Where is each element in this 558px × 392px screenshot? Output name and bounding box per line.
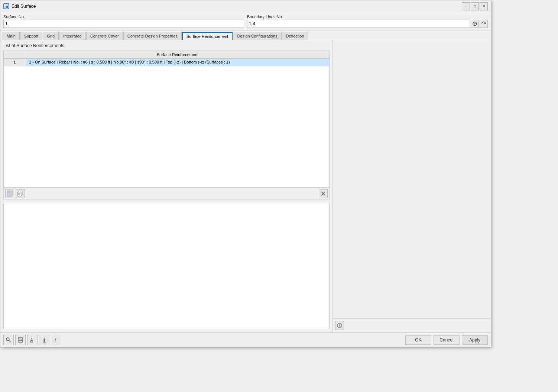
- minimize-button[interactable]: ─: [462, 2, 470, 10]
- add-icon: [7, 191, 13, 197]
- edit-surface-dialog: Edit Surface ─ □ ✕ Surface No. Boundary …: [0, 0, 491, 347]
- svg-text:ƒ: ƒ: [54, 337, 56, 343]
- toolbar-icons: A ƒ: [3, 335, 61, 345]
- svg-rect-31: [44, 339, 45, 342]
- info-icon: [41, 337, 47, 343]
- table-header: Surface Reinforcement: [4, 51, 329, 59]
- svg-rect-8: [10, 191, 12, 194]
- svg-point-27: [21, 340, 22, 341]
- info-toolbar-button[interactable]: [39, 335, 49, 345]
- tab-integrated[interactable]: Integrated: [59, 32, 86, 40]
- close-button[interactable]: ✕: [480, 2, 488, 10]
- svg-rect-9: [7, 194, 10, 196]
- right-panel-icon-button[interactable]: [335, 321, 344, 330]
- search-icon: [6, 337, 12, 343]
- pick-icon: [472, 21, 477, 26]
- table-actions-left: [5, 189, 25, 198]
- table-body: 1 1 - On Surface | Rebar | No. : #8 | s …: [4, 59, 329, 187]
- text-icon: A: [29, 337, 35, 343]
- right-content: [333, 40, 491, 318]
- fields-row: Surface No. Boundary Lines No.: [0, 12, 491, 30]
- function-toolbar-button[interactable]: ƒ: [51, 335, 61, 345]
- svg-line-22: [9, 340, 11, 342]
- surface-no-input[interactable]: [3, 20, 244, 28]
- tab-support[interactable]: Support: [20, 32, 43, 40]
- search-toolbar-button[interactable]: [3, 335, 14, 345]
- table-actions: [4, 187, 329, 200]
- pick-button[interactable]: [471, 20, 479, 28]
- boundary-lines-group: Boundary Lines No.: [247, 14, 488, 28]
- col-header-surface-reinforcement: Surface Reinforcement: [26, 51, 329, 58]
- svg-rect-24: [19, 338, 22, 340]
- svg-point-30: [44, 337, 45, 338]
- content-area: List of Surface Reinforcements Surface R…: [0, 40, 491, 332]
- boundary-lines-input[interactable]: [247, 20, 470, 28]
- calculator-icon: [17, 337, 23, 343]
- right-bottom: [333, 318, 491, 332]
- svg-point-20: [339, 326, 340, 327]
- refresh-icon: [481, 21, 486, 26]
- svg-rect-7: [7, 191, 10, 194]
- title-controls: ─ □ ✕: [462, 2, 488, 10]
- row-num: 1: [4, 59, 26, 66]
- panel-action-icon: [337, 323, 343, 328]
- detail-panel: [3, 203, 330, 329]
- boundary-lines-label: Boundary Lines No.: [247, 14, 488, 19]
- function-icon: ƒ: [53, 337, 59, 343]
- tab-deflection[interactable]: Deflection: [282, 32, 308, 40]
- col-header-num: [4, 51, 26, 58]
- table-row[interactable]: 1 1 - On Surface | Rebar | No. : #8 | s …: [4, 59, 329, 67]
- maximize-button[interactable]: □: [471, 2, 479, 10]
- reinforcements-table: Surface Reinforcement 1 1 - On Surface |…: [3, 51, 330, 200]
- tab-concrete-cover[interactable]: Concrete Cover: [86, 32, 123, 40]
- title-bar: Edit Surface ─ □ ✕: [0, 0, 491, 12]
- tab-grid[interactable]: Grid: [43, 32, 59, 40]
- svg-point-21: [6, 338, 9, 341]
- tab-content-surface-reinforcement: List of Surface Reinforcements Surface R…: [0, 40, 332, 332]
- tab-concrete-design[interactable]: Concrete Design Properties: [123, 32, 182, 40]
- svg-point-26: [20, 340, 21, 341]
- window-title: Edit Surface: [12, 4, 36, 9]
- ok-button[interactable]: OK: [405, 335, 431, 345]
- delete-reinforcement-button[interactable]: [319, 189, 328, 198]
- tab-main[interactable]: Main: [3, 32, 20, 40]
- calculator-toolbar-button[interactable]: [15, 335, 26, 345]
- delete-icon: [321, 191, 326, 196]
- right-panel: [333, 40, 491, 332]
- bottom-toolbar: A ƒ OK Cancel Apply: [0, 332, 491, 347]
- refresh-button[interactable]: [480, 20, 488, 28]
- tabs-container: Main Support Grid Integrated Concrete Co…: [0, 30, 491, 40]
- surface-no-group: Surface No.: [3, 14, 244, 28]
- section-title: List of Surface Reinforcements: [3, 43, 330, 48]
- copy-icon: [17, 191, 23, 197]
- title-bar-left: Edit Surface: [3, 3, 36, 9]
- add-reinforcement-button[interactable]: [5, 189, 14, 198]
- window-icon: [3, 3, 9, 9]
- dialog-buttons: OK Cancel Apply: [405, 335, 488, 345]
- row-description: 1 - On Surface | Rebar | No. : #8 | s : …: [26, 59, 329, 66]
- svg-rect-23: [18, 338, 23, 342]
- tab-design-configurations[interactable]: Design Configurations: [233, 32, 281, 40]
- svg-point-25: [19, 340, 20, 341]
- surface-no-label: Surface No.: [3, 14, 244, 19]
- text-toolbar-button[interactable]: A: [27, 335, 38, 345]
- apply-button[interactable]: Apply: [462, 335, 488, 345]
- copy-reinforcement-button[interactable]: [16, 189, 25, 198]
- boundary-lines-row: [247, 20, 488, 28]
- svg-rect-10: [10, 194, 12, 196]
- svg-rect-0: [4, 4, 8, 8]
- tab-surface-reinforcement[interactable]: Surface Reinforcement: [182, 32, 233, 40]
- cancel-button[interactable]: Cancel: [434, 335, 460, 345]
- left-panel: List of Surface Reinforcements Surface R…: [0, 40, 333, 332]
